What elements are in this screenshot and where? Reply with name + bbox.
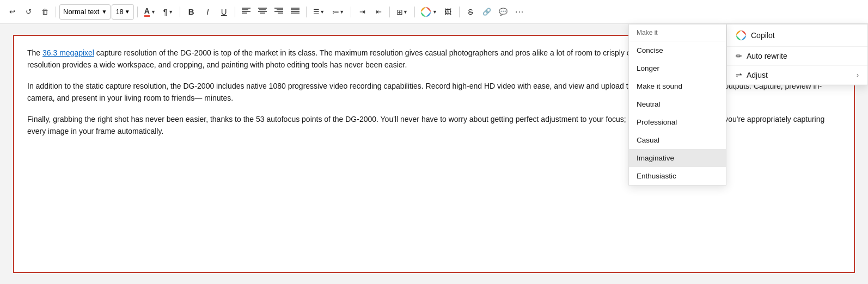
submenu-item-casual-label: Casual — [637, 136, 659, 144]
separator-7 — [389, 7, 390, 17]
align-left-button[interactable] — [239, 3, 254, 21]
outdent-button[interactable]: ⇤ — [371, 3, 386, 21]
image-button[interactable]: 🖼 — [441, 3, 456, 21]
align-left-icon — [242, 7, 250, 16]
justify-icon — [291, 7, 299, 16]
comment-button[interactable]: 💬 — [496, 3, 511, 21]
separator-4 — [235, 7, 235, 17]
adjust-item[interactable]: ⇌ Adjust › — [727, 66, 867, 85]
redo-button[interactable]: ↺ — [21, 3, 36, 21]
separator-3 — [180, 7, 180, 17]
submenu-item-concise[interactable]: Concise — [629, 41, 726, 59]
font-size-dropdown[interactable]: 18 ▼ — [112, 4, 133, 20]
submenu-header: Make it — [629, 24, 726, 41]
more-icon: ··· — [515, 7, 524, 17]
numbered-list-icon: ≔ — [332, 8, 339, 16]
italic-icon: I — [206, 7, 209, 16]
submenu-item-professional[interactable]: Professional — [629, 113, 726, 131]
font-style-value: Normal text — [63, 8, 99, 16]
table-button[interactable]: ⊞ ▼ — [393, 3, 411, 21]
font-color-button[interactable]: A ▼ — [141, 3, 159, 21]
megapixel-link[interactable]: 36.3 megapixel — [42, 48, 94, 57]
submenu-item-imaginative-label: Imaginative — [637, 154, 674, 162]
comment-icon: 💬 — [499, 8, 508, 16]
align-right-button[interactable] — [271, 3, 286, 21]
submenu-item-longer-label: Longer — [637, 64, 659, 72]
paragraph-chevron-icon: ▼ — [168, 9, 173, 15]
auto-rewrite-icon: ✏ — [736, 52, 742, 60]
trash-button[interactable]: 🗑 — [37, 3, 52, 21]
copilot-panel: Copilot ✏ Auto rewrite ⇌ Adjust › — [726, 24, 868, 85]
bold-button[interactable]: B — [184, 3, 199, 21]
underline-button[interactable]: U — [216, 3, 231, 21]
strikethrough-icon: S — [468, 8, 473, 16]
align-right-icon — [274, 7, 283, 16]
submenu-item-longer[interactable]: Longer — [629, 59, 726, 77]
font-color-chevron-icon: ▼ — [151, 9, 156, 15]
undo-button[interactable]: ↩ — [4, 3, 20, 21]
font-size-chevron-icon: ▼ — [125, 9, 130, 15]
copilot-color-icon — [420, 7, 431, 17]
adjust-arrow-icon: › — [857, 71, 859, 79]
indent-button[interactable]: ⇥ — [354, 3, 370, 21]
submenu-item-make-it-sound[interactable]: Make it sound — [629, 77, 726, 95]
undo-icon: ↩ — [9, 8, 15, 16]
more-button[interactable]: ··· — [512, 3, 527, 21]
separator-6 — [351, 7, 351, 17]
link-button[interactable]: 🔗 — [479, 3, 494, 21]
adjust-submenu: Make it Concise Longer Make it sound Neu… — [628, 24, 726, 186]
submenu-item-neutral-label: Neutral — [637, 100, 661, 108]
font-style-chevron-icon: ▼ — [101, 9, 107, 15]
submenu-item-enthusiastic-label: Enthusiastic — [637, 172, 676, 180]
copilot-title: Copilot — [751, 31, 775, 40]
bold-icon: B — [188, 7, 194, 16]
link-icon: 🔗 — [482, 8, 491, 16]
numbered-list-button[interactable]: ≔ ▼ — [329, 3, 347, 21]
copilot-header[interactable]: Copilot — [727, 24, 867, 47]
indent-icon: ⇥ — [359, 8, 365, 16]
submenu-item-casual[interactable]: Casual — [629, 131, 726, 149]
trash-icon: 🗑 — [41, 8, 48, 16]
table-icon: ⊞ — [396, 8, 403, 16]
toolbar: ↩ ↺ 🗑 Normal text ▼ 18 ▼ A ▼ ¶ ▼ B I U — [0, 0, 868, 24]
adjust-icon: ⇌ — [736, 71, 742, 79]
underline-icon: U — [221, 7, 227, 16]
table-chevron-icon: ▼ — [403, 9, 408, 15]
bullet-list-icon: ☰ — [313, 8, 320, 16]
submenu-item-concise-label: Concise — [637, 46, 663, 54]
separator-1 — [56, 7, 56, 17]
font-size-value: 18 — [115, 8, 123, 16]
strikethrough-button[interactable]: S — [463, 3, 478, 21]
paragraph-icon: ¶ — [163, 8, 168, 16]
outdent-icon: ⇤ — [376, 8, 382, 16]
separator-8 — [414, 7, 415, 17]
copilot-button[interactable]: ▼ — [418, 3, 439, 21]
auto-rewrite-item[interactable]: ✏ Auto rewrite — [727, 47, 867, 66]
italic-button[interactable]: I — [200, 3, 215, 21]
bullet-list-button[interactable]: ☰ ▼ — [310, 3, 328, 21]
numbered-list-chevron-icon: ▼ — [339, 9, 344, 15]
separator-9 — [459, 7, 460, 17]
submenu-item-enthusiastic[interactable]: Enthusiastic — [629, 167, 726, 185]
paragraph-format-button[interactable]: ¶ ▼ — [160, 3, 176, 21]
auto-rewrite-label: Auto rewrite — [747, 52, 787, 60]
image-icon: 🖼 — [444, 8, 451, 16]
submenu-item-neutral[interactable]: Neutral — [629, 95, 726, 113]
separator-5 — [306, 7, 307, 17]
adjust-label: Adjust — [747, 71, 768, 79]
font-color-icon: A — [144, 7, 150, 17]
copilot-menu-logo-icon — [736, 30, 747, 41]
justify-button[interactable] — [288, 3, 303, 21]
align-center-icon — [258, 7, 267, 16]
bullet-list-chevron-icon: ▼ — [320, 9, 325, 15]
font-style-dropdown[interactable]: Normal text ▼ — [59, 4, 111, 20]
submenu-item-professional-label: Professional — [637, 118, 677, 126]
submenu-item-make-it-sound-label: Make it sound — [637, 82, 682, 90]
separator-2 — [137, 7, 138, 17]
redo-icon: ↺ — [26, 8, 32, 16]
copilot-chevron-icon: ▼ — [432, 9, 437, 15]
align-center-button[interactable] — [255, 3, 270, 21]
submenu-item-imaginative[interactable]: Imaginative — [629, 149, 726, 167]
